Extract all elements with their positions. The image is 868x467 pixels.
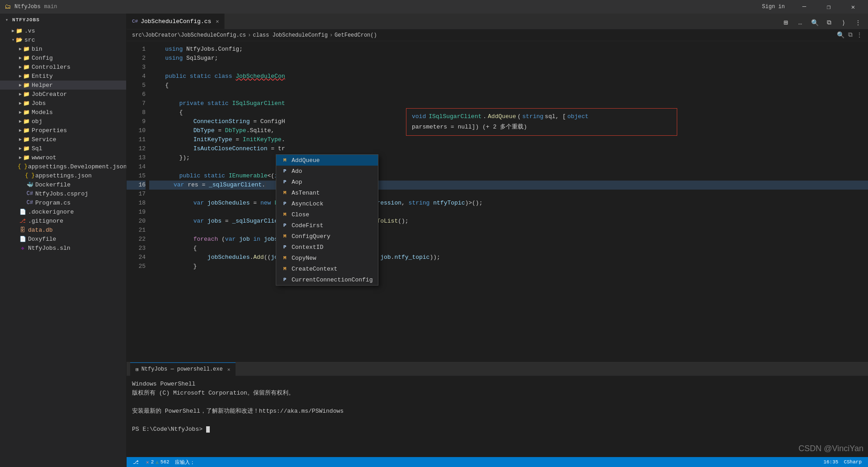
- autocomplete-item-addqueue[interactable]: M AddQueue: [276, 155, 378, 166]
- sidebar-item-jobs[interactable]: ▶ 📁 Jobs: [0, 99, 126, 108]
- autocomplete-item-close[interactable]: M Close: [276, 209, 378, 220]
- code-line: });: [149, 153, 868, 162]
- method: Add: [253, 253, 264, 262]
- sidebar-item-datadb[interactable]: 🗄 data.db: [0, 225, 126, 234]
- breadcrumb-path[interactable]: src\JobCreator\JobScheduleConfig.cs: [132, 32, 246, 38]
- prop-icon: P: [282, 168, 288, 174]
- search-breadcrumb-icon[interactable]: 🔍: [837, 31, 844, 39]
- folder-icon: 📁: [23, 91, 30, 98]
- breadcrumb-class[interactable]: class JobScheduleConfig: [253, 32, 328, 38]
- sidebar-item-obj[interactable]: ▶ 📁 obj: [0, 117, 126, 126]
- status-time[interactable]: 16:35: [821, 457, 841, 467]
- line-num: 13: [127, 153, 146, 162]
- sidebar-item-program[interactable]: C# Program.cs: [0, 198, 126, 207]
- keyword: string: [409, 199, 430, 208]
- autocomplete-item-currentconnectionconfig[interactable]: P CurrentConnectionConfig: [276, 274, 378, 285]
- code-text: SqlSugar;: [183, 54, 218, 63]
- terminal-tab-powershell[interactable]: ⊞ NtfyJobs — powershell.exe ✕: [130, 362, 236, 376]
- status-git[interactable]: ⎇: [130, 457, 143, 467]
- code-text: =: [250, 199, 260, 208]
- sidebar-item-appsettings[interactable]: { } appsettings.json: [0, 171, 126, 180]
- breadcrumb-method[interactable]: GetFeedCron(): [335, 32, 377, 38]
- prop-icon: P: [282, 179, 288, 185]
- code-text: {: [151, 108, 183, 117]
- autocomplete-item-aop[interactable]: P Aop: [276, 176, 378, 187]
- folder-icon: 📁: [23, 127, 30, 134]
- autocomplete-item-astenant[interactable]: M AsTenant: [276, 187, 378, 198]
- code-text: {: [151, 81, 169, 90]
- sidebar-item-src[interactable]: ▾ 📂 src: [0, 35, 126, 44]
- code-line: [149, 226, 868, 235]
- collapse-icon[interactable]: ⟩: [837, 16, 850, 29]
- search-editor-icon[interactable]: 🔍: [808, 16, 821, 29]
- code-text: [204, 199, 208, 208]
- sidebar-item-appsettings-dev[interactable]: { } appsettings.Development.json: [0, 162, 126, 171]
- split-breadcrumb-icon[interactable]: ⧉: [848, 31, 853, 39]
- more-actions-icon[interactable]: …: [794, 16, 807, 29]
- sidebar-item-csproj[interactable]: C# NtfyJobs.csproj: [0, 189, 126, 198]
- sidebar-item-bin[interactable]: ▶ 📁 bin: [0, 44, 126, 53]
- line-num: 21: [127, 226, 146, 235]
- autocomplete-item-configquery[interactable]: M ConfigQuery: [276, 231, 378, 242]
- sidebar-item-properties[interactable]: ▶ 📁 Properties: [0, 126, 126, 135]
- close-button[interactable]: ✕: [843, 0, 863, 14]
- keyword: class: [214, 72, 232, 81]
- more-icon[interactable]: ⋮: [852, 16, 864, 29]
- sidebar-item-jobcreator[interactable]: ▶ 📁 JobCreator: [0, 90, 126, 99]
- sidebar-item-vs[interactable]: ▶ 📁 .vs: [0, 26, 126, 35]
- sidebar-item-entity[interactable]: ▶ 📁 Entity: [0, 71, 126, 81]
- sidebar-item-sql[interactable]: ▶ 📁 Sql: [0, 144, 126, 153]
- sidebar-item-dockerignore[interactable]: 📄 .dockerignore: [0, 207, 126, 216]
- tab-bar: C# JobScheduleConfig.cs ✕ ⊞ … 🔍 ⧉ ⟩ ⋮: [127, 14, 868, 29]
- code-text: [225, 172, 229, 181]
- sidebar-item-sln[interactable]: ◆ NtfyJobs.sln: [0, 243, 126, 253]
- autocomplete-item-ado[interactable]: P Ado: [276, 166, 378, 176]
- autocomplete-item-codefirst[interactable]: P CodeFirst: [276, 220, 378, 231]
- editor-tab-active[interactable]: C# JobScheduleConfig.cs ✕: [127, 14, 225, 29]
- ac-label: Aop: [292, 179, 302, 186]
- folder-icon: 📁: [23, 145, 30, 152]
- prop-icon: P: [282, 222, 288, 229]
- sidebar-item-label: Dockerfile: [35, 181, 71, 188]
- sidebar-item-models[interactable]: ▶ 📁 Models: [0, 108, 126, 117]
- code-content[interactable]: using NtfyJobs.Config; using SqlSugar; p…: [149, 41, 868, 362]
- restore-button[interactable]: ❐: [818, 0, 839, 14]
- status-language[interactable]: CSharp: [841, 457, 864, 467]
- app-name: NtfyJobs: [14, 4, 41, 10]
- sidebar-item-gitignore[interactable]: ⎇ .gitignore: [0, 216, 126, 225]
- sidebar-item-doxyfile[interactable]: 📄 Doxyfile: [0, 234, 126, 243]
- line-num: 2: [127, 54, 146, 63]
- sidebar-item-helper[interactable]: ▶ 📁 Helper: [0, 81, 126, 90]
- more-breadcrumb-icon[interactable]: ⋮: [856, 31, 863, 39]
- terminal-close-icon[interactable]: ✕: [227, 367, 231, 372]
- minimize-button[interactable]: ─: [794, 0, 815, 14]
- code-editor[interactable]: 1 2 3 4 5 6 7 8 9 10 11 12 13 14 15 16 1: [127, 41, 868, 362]
- kw: string: [522, 112, 543, 121]
- sidebar-item-service[interactable]: ▶ 📁 Service: [0, 135, 126, 144]
- split-right-icon[interactable]: ⧉: [823, 16, 835, 29]
- type: DbType: [225, 126, 246, 135]
- file-icon: 📄: [19, 208, 26, 215]
- autocomplete-item-createcontext[interactable]: M CreateContext: [276, 263, 378, 274]
- sidebar-item-config[interactable]: ▶ 📁 Config: [0, 53, 126, 62]
- code-text: [151, 144, 193, 153]
- folder-icon: 📁: [23, 45, 30, 52]
- autocomplete-item-copynew[interactable]: M CopyNew: [276, 253, 378, 263]
- autocomplete-item-contextid[interactable]: P ContextID: [276, 242, 378, 253]
- json-icon: { }: [26, 172, 33, 179]
- sign-in-button[interactable]: Sign in: [762, 4, 785, 10]
- autocomplete-item-asynclock[interactable]: P AsyncLock: [276, 198, 378, 209]
- sidebar-item-controllers[interactable]: ▶ 📁 Controllers: [0, 62, 126, 71]
- code-text: }: [151, 262, 197, 271]
- code-text: [151, 199, 193, 208]
- sidebar-item-dockerfile[interactable]: 🐳 Dockerfile: [0, 180, 126, 189]
- status-errors[interactable]: ✕ 2 ⚠ 562 应输入；: [143, 457, 198, 467]
- terminal-content[interactable]: Windows PowerShell 版权所有 (C) Microsoft Co…: [127, 376, 868, 457]
- sidebar-item-label: bin: [32, 46, 42, 52]
- sidebar-item-label: Helper: [32, 82, 53, 89]
- sidebar-item-wwwroot[interactable]: ▶ 📁 wwwroot: [0, 153, 126, 162]
- sidebar-item-label: JobCreator: [32, 91, 67, 98]
- split-editor-icon[interactable]: ⊞: [779, 16, 792, 29]
- chevron-icon: ▶: [19, 91, 22, 97]
- tab-close-icon[interactable]: ✕: [216, 18, 219, 25]
